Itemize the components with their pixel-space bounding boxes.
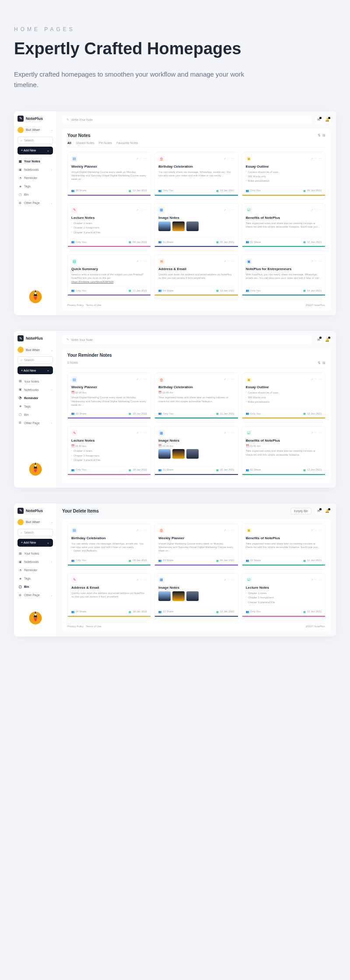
pin-icon[interactable]: ⇗	[136, 378, 139, 381]
favorite-icon[interactable]: ♡	[140, 260, 143, 263]
favorite-icon[interactable]: ♡	[140, 208, 143, 212]
favorite-icon[interactable]: ♡	[315, 431, 317, 435]
pin-icon[interactable]: ⇗	[224, 378, 226, 381]
more-icon[interactable]: ⋯	[318, 529, 322, 532]
sidebar-item-notebooks[interactable]: ▣Notebooks›	[18, 386, 53, 393]
bell-icon[interactable]: 🔔	[324, 336, 331, 343]
filter-icon[interactable]: ⇅	[318, 133, 321, 137]
sidebar-item-bin[interactable]: ▢Bin	[18, 583, 53, 590]
bell-icon[interactable]: 🔔	[324, 116, 331, 123]
favorite-icon[interactable]: ♡	[228, 157, 230, 161]
more-icon[interactable]: ⋯	[144, 208, 147, 212]
pin-icon[interactable]: ⇗	[311, 578, 313, 582]
favorite-icon[interactable]: ♡	[228, 208, 230, 212]
more-icon[interactable]: ⋯	[144, 578, 147, 582]
sidebar-item-bin[interactable]: ▢Bin	[18, 411, 53, 418]
note-card[interactable]: ☑⇗ ♡ ⋯Benefits of NotePlusTake organized…	[242, 203, 326, 251]
pin-icon[interactable]: ⇗	[136, 208, 139, 212]
sidebar-item-notes[interactable]: ▤Your Notes	[18, 378, 53, 385]
more-icon[interactable]: ⋯	[318, 431, 322, 435]
note-card[interactable]: ▦⇗ ♡ ⋯Image Notes👥 01 Share▦ 12 Jan 2021	[154, 573, 238, 621]
search-input[interactable]: ⌕Search	[18, 356, 53, 364]
sidebar-item-reminder[interactable]: ◔Reminder	[18, 175, 53, 182]
mail-icon[interactable]: ✉	[315, 336, 322, 343]
sidebar-item-tags[interactable]: ◈Tags	[18, 403, 53, 410]
tab-shared[interactable]: Shared Notes	[76, 141, 94, 144]
pin-icon[interactable]: ⇗	[311, 157, 313, 161]
note-card[interactable]: ▤⇗ ♡ ⋯Weekly Planner⏰ 02:30 AmVirtual Di…	[67, 372, 151, 422]
bell-icon[interactable]: 🔔	[324, 508, 331, 515]
more-icon[interactable]: ⋯	[231, 208, 234, 212]
note-card[interactable]: ▣⇗ ♡ ⋯Benefits of NotePlusTake organized…	[242, 523, 326, 569]
favorite-icon[interactable]: ♡	[228, 529, 230, 532]
pin-icon[interactable]: ⇗	[224, 260, 226, 263]
more-icon[interactable]: ⋯	[144, 431, 147, 435]
note-card[interactable]: 🎂⇗ ♡ ⋯Birthday Celebration⏰ 02:45 AmTake…	[154, 372, 238, 422]
tab-favourite[interactable]: Favourite Notes	[116, 141, 138, 144]
favorite-icon[interactable]: ♡	[140, 529, 143, 532]
favorite-icon[interactable]: ♡	[315, 378, 317, 381]
note-card[interactable]: ✎⇗ ♡ ⋯Address & EmailQuickly note down t…	[67, 573, 151, 621]
privacy-link[interactable]: Privacy Policy	[67, 625, 84, 628]
favorite-icon[interactable]: ♡	[140, 157, 143, 161]
sidebar-item-reminder[interactable]: ◔Reminder	[18, 567, 53, 574]
mail-icon[interactable]: ✉	[315, 116, 322, 123]
more-icon[interactable]: ⋯	[144, 529, 147, 532]
favorite-icon[interactable]: ♡	[140, 431, 143, 435]
add-new-button[interactable]: + Add New ⌄	[18, 147, 53, 155]
privacy-link[interactable]: Privacy Policy	[67, 304, 84, 306]
more-icon[interactable]: ⋯	[144, 260, 147, 263]
add-new-button[interactable]: + Add New⌄	[18, 366, 53, 374]
tab-pin[interactable]: Pin Notes	[99, 141, 112, 144]
pin-icon[interactable]: ⇗	[136, 578, 139, 582]
pin-icon[interactable]: ⇗	[224, 529, 226, 532]
pin-icon[interactable]: ⇗	[136, 529, 139, 532]
sidebar-item-bin[interactable]: ▢Bin	[18, 191, 53, 198]
user-menu[interactable]: Bud Wiser⌄	[18, 519, 53, 525]
write-note-input[interactable]: ✎Write Your Note	[62, 335, 312, 344]
more-icon[interactable]: ⋯	[231, 260, 234, 263]
pin-icon[interactable]: ⇗	[311, 431, 313, 435]
note-card[interactable]: ▣⇗ ♡ ⋯Essay OutlineContent should be of …	[242, 152, 326, 200]
more-icon[interactable]: ⋯	[318, 208, 322, 212]
note-card[interactable]: ☑⇗ ♡ ⋯Benefits of NotePlus⏰ 03:45 AmTake…	[242, 426, 326, 478]
terms-link[interactable]: Terms of Use	[86, 304, 101, 306]
sidebar-item-notebooks[interactable]: ▣Notebooks›	[18, 558, 53, 566]
more-icon[interactable]: ⋯	[144, 378, 147, 381]
pin-icon[interactable]: ⇗	[136, 431, 139, 435]
add-new-button[interactable]: + Add New⌄	[18, 539, 53, 547]
note-card[interactable]: ▣⇗ ♡ ⋯Essay OutlineContent should be of …	[242, 372, 326, 422]
search-input[interactable]: ⌕Search	[18, 529, 53, 536]
tab-all[interactable]: All	[67, 141, 71, 144]
filter-icon[interactable]: ⇅	[318, 361, 321, 365]
note-card[interactable]: ✎⇗ ♡ ⋯Lecture NotesChapter 1 notes.Chapt…	[67, 203, 151, 251]
grid-view-icon[interactable]: ⊞	[322, 133, 326, 137]
favorite-icon[interactable]: ♡	[315, 578, 317, 582]
note-card[interactable]: ✎⇗ ♡ ⋯Lecture Notes⏰ 02:45 AmChapter 1 n…	[67, 426, 151, 478]
more-icon[interactable]: ⋯	[231, 431, 234, 435]
sidebar-item-notes[interactable]: ▤Your Notes	[18, 550, 53, 557]
note-card[interactable]: ▤⇗ ♡ ⋯Weekly PlannerVirtual Digital Mark…	[67, 152, 151, 200]
logo[interactable]: ✎NotePlus	[18, 508, 53, 514]
note-card[interactable]: ☑⇗ ♡ ⋯Lecture NotesChapter 1 notes.Chapt…	[242, 573, 326, 621]
more-icon[interactable]: ⋯	[231, 157, 234, 161]
note-card[interactable]: ▦⇗ ♡ ⋯Image Notes👥 01 Share▦ 05 Jan 2021	[154, 203, 238, 251]
sidebar-item-other[interactable]: ⊞Other Page›	[18, 200, 53, 207]
sidebar-item-other[interactable]: ⊞Other Page›	[18, 592, 53, 599]
favorite-icon[interactable]: ♡	[228, 378, 230, 381]
search-input[interactable]: ⌕ Search	[18, 137, 53, 144]
more-icon[interactable]: ⋯	[318, 260, 322, 263]
pin-icon[interactable]: ⇗	[224, 578, 226, 582]
note-card[interactable]: ▣⇗ ♡ ⋯NotePlus for EntrepreneursWith Not…	[242, 254, 326, 299]
user-menu[interactable]: Bud Wiser ⌄	[18, 127, 53, 133]
sidebar-item-other[interactable]: ⊞Other Page›	[18, 419, 53, 426]
note-card[interactable]: 🎂⇗ ♡ ⋯Weekly PlannerVirtual Digital Mark…	[154, 523, 238, 569]
note-card[interactable]: ▤⇗ ♡ ⋯Quick SummaryNeed to write a summa…	[67, 254, 151, 299]
favorite-icon[interactable]: ♡	[315, 529, 317, 532]
pin-icon[interactable]: ⇗	[311, 378, 313, 381]
pin-icon[interactable]: ⇗	[311, 260, 313, 263]
sidebar-item-tags[interactable]: ◈Tags	[18, 183, 53, 190]
pin-icon[interactable]: ⇗	[311, 529, 313, 532]
mail-icon[interactable]: ✉	[315, 508, 322, 515]
pin-icon[interactable]: ⇗	[224, 157, 226, 161]
